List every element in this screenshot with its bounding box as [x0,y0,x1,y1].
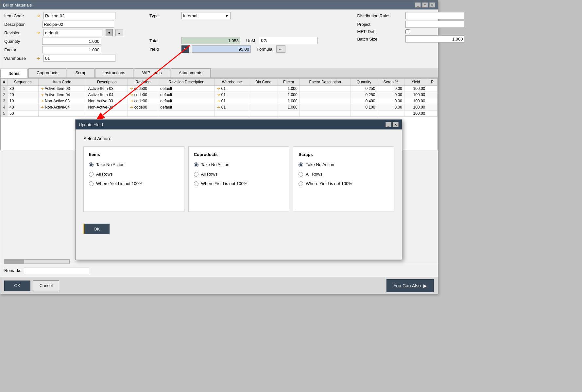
cell-bin-code [249,104,278,111]
maximize-button[interactable]: □ [422,2,428,8]
cell-num: 5 [1,111,8,117]
uom-input[interactable] [259,37,318,44]
items-all-rows-radio[interactable] [89,172,94,177]
table-row[interactable]: 5 50 100.00 [1,111,437,117]
col-bin-code: Bin Code [249,79,278,86]
mrp-def-label: MRP Def. [357,29,403,34]
cell-rev-desc: default [158,86,215,92]
col-revision-desc: Revision Description [158,79,215,86]
scraps-all-rows[interactable]: All Rows [299,172,388,177]
coproducts-where-yield-radio[interactable] [194,181,198,186]
dist-rules-input[interactable] [405,12,464,19]
you-can-also-button[interactable]: You Can Also ▶ [386,279,434,292]
coproducts-take-no-action-label: Take No Action [201,162,230,167]
formula-dots-btn[interactable]: ··· [276,45,285,53]
coproducts-where-yield-label: Where Yield is not 100% [201,181,248,186]
revision-list-btn[interactable]: ≡ [115,29,123,36]
yield-input[interactable] [192,45,251,53]
coproducts-all-rows[interactable]: All Rows [194,172,284,177]
coproducts-all-rows-radio[interactable] [194,172,198,177]
scroll-thumb[interactable] [5,260,24,264]
batch-size-input[interactable] [405,35,464,43]
scraps-take-no-action-radio[interactable] [299,162,303,167]
revision-dropdown-btn[interactable]: ▼ [106,29,113,36]
item-code-input[interactable] [43,12,115,19]
cell-quantity: 0.400 [351,98,377,104]
items-all-rows[interactable]: All Rows [89,172,179,177]
total-input[interactable] [181,37,240,44]
coproducts-where-yield[interactable]: Where Yield is not 100% [194,181,284,186]
items-take-no-action-radio[interactable] [89,162,94,167]
dialog-bottom: OK [76,218,402,239]
cell-yield: 100.00 [404,111,427,117]
scraps-all-rows-label: All Rows [306,172,322,177]
item-code-arrow-icon: ➔ [36,13,40,18]
factor-input[interactable] [42,46,101,53]
project-row: Project [357,21,464,28]
batch-size-row: Batch Size [357,35,464,43]
tab-scrap[interactable]: Scrap [67,68,94,77]
tab-items[interactable]: Items [0,69,28,78]
warehouse-label: Warehouse [4,56,34,61]
cell-rev-desc: default [158,98,215,104]
tab-wip-items[interactable]: WIP Items [134,68,170,77]
horizontal-scrollbar[interactable] [4,259,70,264]
description-input[interactable] [42,21,114,28]
scraps-where-yield-radio[interactable] [299,181,303,186]
table-row[interactable]: 3 10 ➔ Non-Active-03 Non-Active-03 ➔ cod… [1,98,437,104]
type-dropdown-icon[interactable]: ▼ [225,13,229,18]
dialog-ok-button[interactable]: OK [83,224,110,234]
cell-seq: 20 [8,92,39,98]
cell-seq: 40 [8,104,39,111]
cell-item-code [38,111,86,117]
cell-num: 4 [1,104,8,111]
scraps-where-yield[interactable]: Where Yield is not 100% [299,181,388,186]
dialog-body: Select Action: Items Take No Action All … [76,129,402,218]
close-button[interactable]: ✕ [429,2,435,8]
table-row[interactable]: 1 30 ➔ Active-Item-03 Active-Item-03 ➔ c… [1,86,437,92]
scraps-section-title: Scraps [299,152,388,157]
table-row[interactable]: 2 20 ➔ Active-Item-04 Active-Item-04 ➔ c… [1,92,437,98]
items-take-no-action[interactable]: Take No Action [89,162,179,167]
cell-factor-desc [300,111,351,117]
tab-attachments[interactable]: Attachments [171,68,211,77]
coproducts-take-no-action[interactable]: Take No Action [194,162,284,167]
scraps-take-no-action[interactable]: Take No Action [299,162,388,167]
project-label: Project [357,22,403,27]
quantity-input[interactable] [42,38,101,45]
cell-scrap [377,111,404,117]
cell-scrap: 0.00 [377,98,404,104]
revision-input[interactable] [43,29,102,36]
yield-calculator-icon[interactable]: 🖩 [181,45,189,53]
total-label: Total [149,38,179,43]
items-where-yield[interactable]: Where Yield is not 100% [89,181,179,186]
tab-coproducts[interactable]: Coproducts [28,68,66,77]
project-input[interactable] [405,21,464,28]
tab-instructions[interactable]: Instructions [95,68,133,77]
scraps-all-rows-radio[interactable] [299,172,303,177]
cell-factor: 1.000 [278,98,300,104]
table-row[interactable]: 4 40 ➔ Non-Active-04 Non-Active-04 ➔ cod… [1,104,437,111]
mrp-def-checkbox[interactable] [405,29,410,34]
items-where-yield-radio[interactable] [89,181,94,186]
cell-rev-desc: default [158,92,215,98]
dialog-close-button[interactable]: ✕ [393,122,399,127]
cell-seq: 10 [8,98,39,104]
scraps-where-yield-label: Where Yield is not 100% [306,181,352,186]
you-can-also-chevron-icon: ▶ [423,283,427,288]
dialog-sections: Items Take No Action All Rows Where Yiel… [83,146,394,212]
ok-button[interactable]: OK [4,281,30,291]
warehouse-input[interactable] [43,55,115,62]
type-label: Type [149,13,179,18]
cell-factor: 1.000 [278,86,300,92]
cell-bin-code [249,86,278,92]
dialog-minimize-button[interactable]: _ [385,122,391,127]
col-scrap: Scrap % [377,79,404,86]
minimize-button[interactable]: _ [415,2,421,8]
cell-warehouse: ➔ 01 [215,92,249,98]
cancel-button[interactable]: Cancel [33,281,59,291]
cell-desc: Active-Item-04 [86,92,128,98]
select-action-label: Select Action: [83,136,394,141]
remarks-input[interactable] [24,267,89,274]
coproducts-take-no-action-radio[interactable] [194,162,198,167]
